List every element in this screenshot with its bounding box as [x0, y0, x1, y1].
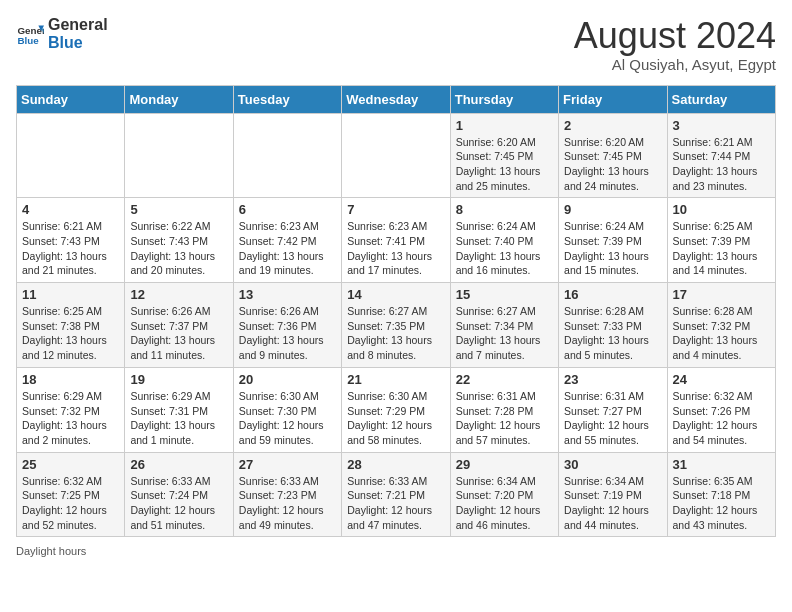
day-number: 14	[347, 287, 444, 302]
day-number: 20	[239, 372, 336, 387]
calendar-header: SundayMondayTuesdayWednesdayThursdayFrid…	[17, 85, 776, 113]
day-number: 23	[564, 372, 661, 387]
day-cell: 4Sunrise: 6:21 AMSunset: 7:43 PMDaylight…	[17, 198, 125, 283]
day-cell: 25Sunrise: 6:32 AMSunset: 7:25 PMDayligh…	[17, 452, 125, 537]
footer: Daylight hours	[16, 545, 776, 557]
day-info: Sunrise: 6:29 AMSunset: 7:31 PMDaylight:…	[130, 389, 227, 448]
day-number: 2	[564, 118, 661, 133]
day-number: 19	[130, 372, 227, 387]
day-info: Sunrise: 6:24 AMSunset: 7:40 PMDaylight:…	[456, 219, 553, 278]
day-number: 26	[130, 457, 227, 472]
day-info: Sunrise: 6:24 AMSunset: 7:39 PMDaylight:…	[564, 219, 661, 278]
day-cell: 8Sunrise: 6:24 AMSunset: 7:40 PMDaylight…	[450, 198, 558, 283]
logo-line1: General	[48, 16, 108, 34]
day-info: Sunrise: 6:20 AMSunset: 7:45 PMDaylight:…	[456, 135, 553, 194]
day-number: 30	[564, 457, 661, 472]
day-info: Sunrise: 6:30 AMSunset: 7:30 PMDaylight:…	[239, 389, 336, 448]
day-info: Sunrise: 6:27 AMSunset: 7:35 PMDaylight:…	[347, 304, 444, 363]
day-cell: 15Sunrise: 6:27 AMSunset: 7:34 PMDayligh…	[450, 283, 558, 368]
day-cell: 27Sunrise: 6:33 AMSunset: 7:23 PMDayligh…	[233, 452, 341, 537]
day-cell: 21Sunrise: 6:30 AMSunset: 7:29 PMDayligh…	[342, 367, 450, 452]
day-info: Sunrise: 6:26 AMSunset: 7:37 PMDaylight:…	[130, 304, 227, 363]
header: General Blue General Blue August 2024 Al…	[16, 16, 776, 73]
day-number: 3	[673, 118, 770, 133]
day-number: 22	[456, 372, 553, 387]
day-number: 13	[239, 287, 336, 302]
day-info: Sunrise: 6:29 AMSunset: 7:32 PMDaylight:…	[22, 389, 119, 448]
day-number: 27	[239, 457, 336, 472]
day-cell: 14Sunrise: 6:27 AMSunset: 7:35 PMDayligh…	[342, 283, 450, 368]
day-number: 6	[239, 202, 336, 217]
day-info: Sunrise: 6:26 AMSunset: 7:36 PMDaylight:…	[239, 304, 336, 363]
day-number: 7	[347, 202, 444, 217]
day-number: 11	[22, 287, 119, 302]
header-cell-tuesday: Tuesday	[233, 85, 341, 113]
day-number: 5	[130, 202, 227, 217]
day-info: Sunrise: 6:22 AMSunset: 7:43 PMDaylight:…	[130, 219, 227, 278]
day-info: Sunrise: 6:23 AMSunset: 7:41 PMDaylight:…	[347, 219, 444, 278]
day-info: Sunrise: 6:31 AMSunset: 7:28 PMDaylight:…	[456, 389, 553, 448]
logo-icon: General Blue	[16, 20, 44, 48]
day-info: Sunrise: 6:33 AMSunset: 7:24 PMDaylight:…	[130, 474, 227, 533]
day-cell: 12Sunrise: 6:26 AMSunset: 7:37 PMDayligh…	[125, 283, 233, 368]
day-number: 31	[673, 457, 770, 472]
day-info: Sunrise: 6:28 AMSunset: 7:33 PMDaylight:…	[564, 304, 661, 363]
day-number: 15	[456, 287, 553, 302]
day-number: 17	[673, 287, 770, 302]
logo-line2: Blue	[48, 34, 108, 52]
day-cell: 3Sunrise: 6:21 AMSunset: 7:44 PMDaylight…	[667, 113, 775, 198]
day-cell: 29Sunrise: 6:34 AMSunset: 7:20 PMDayligh…	[450, 452, 558, 537]
day-cell	[342, 113, 450, 198]
day-number: 1	[456, 118, 553, 133]
day-cell: 5Sunrise: 6:22 AMSunset: 7:43 PMDaylight…	[125, 198, 233, 283]
day-cell	[17, 113, 125, 198]
week-row-4: 25Sunrise: 6:32 AMSunset: 7:25 PMDayligh…	[17, 452, 776, 537]
day-info: Sunrise: 6:32 AMSunset: 7:25 PMDaylight:…	[22, 474, 119, 533]
day-cell: 20Sunrise: 6:30 AMSunset: 7:30 PMDayligh…	[233, 367, 341, 452]
svg-text:Blue: Blue	[17, 34, 39, 45]
day-cell: 1Sunrise: 6:20 AMSunset: 7:45 PMDaylight…	[450, 113, 558, 198]
week-row-3: 18Sunrise: 6:29 AMSunset: 7:32 PMDayligh…	[17, 367, 776, 452]
day-number: 25	[22, 457, 119, 472]
day-info: Sunrise: 6:21 AMSunset: 7:44 PMDaylight:…	[673, 135, 770, 194]
calendar-title: August 2024	[574, 16, 776, 56]
day-number: 10	[673, 202, 770, 217]
day-number: 4	[22, 202, 119, 217]
header-cell-sunday: Sunday	[17, 85, 125, 113]
day-cell: 30Sunrise: 6:34 AMSunset: 7:19 PMDayligh…	[559, 452, 667, 537]
day-cell: 13Sunrise: 6:26 AMSunset: 7:36 PMDayligh…	[233, 283, 341, 368]
day-cell: 23Sunrise: 6:31 AMSunset: 7:27 PMDayligh…	[559, 367, 667, 452]
day-number: 18	[22, 372, 119, 387]
day-cell: 17Sunrise: 6:28 AMSunset: 7:32 PMDayligh…	[667, 283, 775, 368]
header-cell-friday: Friday	[559, 85, 667, 113]
day-cell: 22Sunrise: 6:31 AMSunset: 7:28 PMDayligh…	[450, 367, 558, 452]
day-cell	[233, 113, 341, 198]
day-info: Sunrise: 6:21 AMSunset: 7:43 PMDaylight:…	[22, 219, 119, 278]
day-info: Sunrise: 6:35 AMSunset: 7:18 PMDaylight:…	[673, 474, 770, 533]
day-info: Sunrise: 6:30 AMSunset: 7:29 PMDaylight:…	[347, 389, 444, 448]
header-cell-monday: Monday	[125, 85, 233, 113]
day-cell: 2Sunrise: 6:20 AMSunset: 7:45 PMDaylight…	[559, 113, 667, 198]
day-info: Sunrise: 6:25 AMSunset: 7:38 PMDaylight:…	[22, 304, 119, 363]
day-number: 21	[347, 372, 444, 387]
day-cell: 31Sunrise: 6:35 AMSunset: 7:18 PMDayligh…	[667, 452, 775, 537]
day-info: Sunrise: 6:33 AMSunset: 7:21 PMDaylight:…	[347, 474, 444, 533]
day-number: 24	[673, 372, 770, 387]
day-cell: 9Sunrise: 6:24 AMSunset: 7:39 PMDaylight…	[559, 198, 667, 283]
day-number: 29	[456, 457, 553, 472]
day-cell: 10Sunrise: 6:25 AMSunset: 7:39 PMDayligh…	[667, 198, 775, 283]
day-info: Sunrise: 6:28 AMSunset: 7:32 PMDaylight:…	[673, 304, 770, 363]
day-cell: 11Sunrise: 6:25 AMSunset: 7:38 PMDayligh…	[17, 283, 125, 368]
day-cell: 24Sunrise: 6:32 AMSunset: 7:26 PMDayligh…	[667, 367, 775, 452]
week-row-2: 11Sunrise: 6:25 AMSunset: 7:38 PMDayligh…	[17, 283, 776, 368]
logo: General Blue General Blue	[16, 16, 108, 51]
calendar-subtitle: Al Qusiyah, Asyut, Egypt	[574, 56, 776, 73]
header-cell-thursday: Thursday	[450, 85, 558, 113]
day-number: 8	[456, 202, 553, 217]
day-number: 16	[564, 287, 661, 302]
day-number: 12	[130, 287, 227, 302]
calendar-table: SundayMondayTuesdayWednesdayThursdayFrid…	[16, 85, 776, 538]
day-cell: 6Sunrise: 6:23 AMSunset: 7:42 PMDaylight…	[233, 198, 341, 283]
day-info: Sunrise: 6:27 AMSunset: 7:34 PMDaylight:…	[456, 304, 553, 363]
day-cell: 7Sunrise: 6:23 AMSunset: 7:41 PMDaylight…	[342, 198, 450, 283]
